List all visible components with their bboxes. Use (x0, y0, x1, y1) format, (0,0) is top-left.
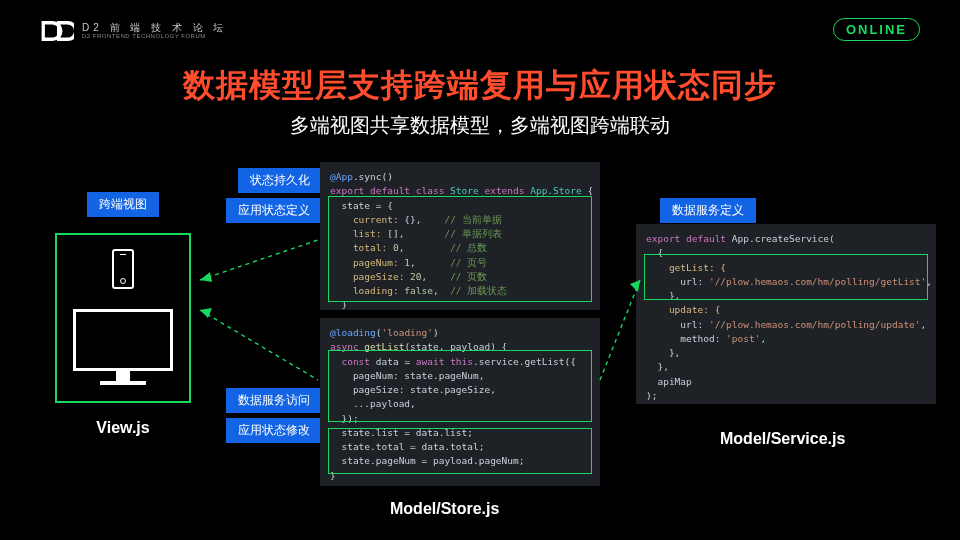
tag-cross-end-view: 跨端视图 (87, 192, 159, 217)
device-group (55, 233, 191, 403)
store-code-bottom: @loading('loading') async getList(state,… (320, 318, 600, 486)
svg-line-4 (600, 280, 640, 380)
logo-text-en: D2 FRONTEND TECHNOLOGY FORUM (82, 33, 227, 39)
tag-data-service-access: 数据服务访问 (226, 388, 322, 413)
service-code: export default App.createService( { getL… (636, 224, 936, 404)
header-logo: D2 前 端 技 术 论 坛 D2 FRONTEND TECHNOLOGY FO… (40, 20, 227, 42)
tag-data-service-def: 数据服务定义 (660, 198, 756, 223)
tag-app-state-def: 应用状态定义 (226, 198, 322, 223)
slide-subtitle: 多端视图共享数据模型，多端视图跨端联动 (0, 112, 960, 139)
svg-line-2 (200, 310, 318, 380)
tag-state-persist: 状态持久化 (238, 168, 322, 193)
svg-line-0 (200, 240, 318, 280)
service-label: Model/Service.js (720, 430, 845, 448)
d2-logo-icon (40, 20, 74, 42)
slide-title: 数据模型层支持跨端复用与应用状态同步 (0, 64, 960, 108)
logo-text-cn: D2 前 端 技 术 论 坛 (82, 23, 227, 33)
store-label: Model/Store.js (390, 500, 499, 518)
tag-app-state-modify: 应用状态修改 (226, 418, 322, 443)
phone-icon (112, 249, 134, 289)
svg-marker-1 (200, 272, 212, 282)
view-column: 跨端视图 View.js (48, 192, 198, 437)
online-badge: ONLINE (833, 18, 920, 41)
view-label: View.js (96, 419, 149, 437)
monitor-icon (73, 309, 173, 385)
svg-marker-3 (200, 308, 212, 318)
store-code-top: @App.sync() export default class Store e… (320, 162, 600, 310)
